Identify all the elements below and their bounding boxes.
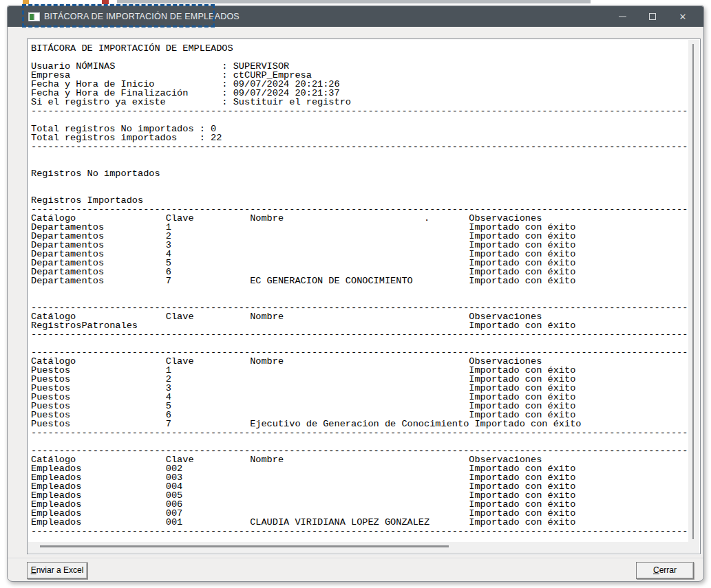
title-highlight-annotation: [22, 4, 215, 28]
footer-bar: Enviar a Excel Cerrar: [8, 558, 703, 581]
maximize-icon: [649, 13, 656, 20]
minimize-icon: [619, 17, 626, 17]
import-log-panel: BITÁCORA DE IMPORTACIÓN DE EMPLEADOS Usu…: [27, 39, 701, 554]
cerrar-button[interactable]: Cerrar: [636, 562, 694, 579]
cerrar-accelerator: C: [653, 565, 659, 575]
window-controls: ✕: [607, 6, 698, 27]
send-to-excel-accelerator: E: [31, 565, 36, 575]
cerrar-label: errar: [659, 565, 677, 575]
close-icon: ✕: [679, 12, 687, 21]
vertical-scrollbar[interactable]: [688, 40, 699, 542]
dialog-window: BITÁCORA DE IMPORTACIÓN DE EMPLEADOS ✕ B…: [7, 6, 704, 582]
log-viewport: BITÁCORA DE IMPORTACIÓN DE EMPLEADOS Usu…: [28, 40, 688, 542]
horizontal-scrollbar[interactable]: [28, 542, 688, 553]
minimize-button[interactable]: [607, 6, 637, 27]
horizontal-scrollbar-thumb[interactable]: [40, 545, 449, 547]
vertical-scrollbar-thumb[interactable]: [692, 44, 694, 539]
title-bar[interactable]: BITÁCORA DE IMPORTACIÓN DE EMPLEADOS ✕: [8, 6, 703, 27]
close-button[interactable]: ✕: [668, 6, 698, 27]
background-window-fragment: [117, 0, 591, 3]
maximize-button[interactable]: [637, 6, 668, 27]
send-to-excel-button[interactable]: Enviar a Excel: [27, 562, 87, 579]
send-to-excel-label: nviar a Excel: [36, 565, 84, 575]
scrollbar-corner: [688, 542, 699, 553]
log-text: BITÁCORA DE IMPORTACIÓN DE EMPLEADOS Usu…: [28, 40, 688, 536]
